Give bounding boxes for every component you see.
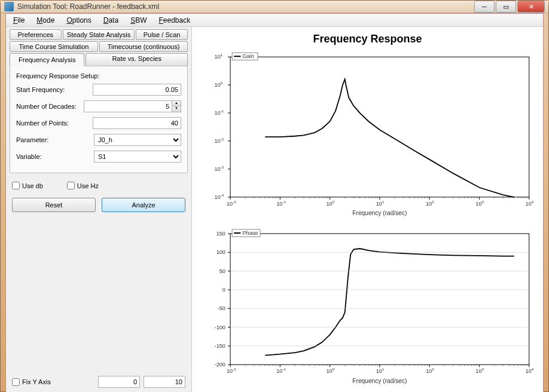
gain-chart: Gain 10-410-310-210-1100101 10-210-11001…: [215, 53, 534, 216]
variable-select[interactable]: S1: [94, 151, 181, 163]
svg-text:101: 101: [376, 200, 385, 207]
menu-options[interactable]: Options: [62, 15, 96, 26]
charts-svg: Gain 10-410-310-210-1100101 10-210-11001…: [197, 47, 538, 390]
variable-label: Variable:: [16, 153, 94, 160]
use-hz-checkbox[interactable]: Use Hz: [67, 182, 99, 189]
window-title: Simulation Tool: RoadRunner - feedback.x…: [17, 2, 474, 11]
svg-text:104: 104: [526, 367, 534, 374]
fix-y-max-input[interactable]: [144, 376, 185, 388]
frequency-setup-panel: Frequency Response Setup: Start Frequenc…: [10, 66, 188, 173]
svg-text:103: 103: [475, 367, 484, 374]
close-button[interactable]: ✕: [517, 1, 545, 13]
tab-pulse-scan[interactable]: Pulse / Scan: [136, 29, 188, 40]
svg-text:10-3: 10-3: [215, 165, 224, 172]
parameter-label: Parameter:: [16, 136, 94, 143]
decades-spin-up[interactable]: ▲: [172, 101, 181, 106]
svg-text:100: 100: [216, 249, 225, 255]
menu-feedback[interactable]: Feedback: [154, 15, 195, 26]
menu-file[interactable]: File: [8, 15, 29, 26]
svg-text:102: 102: [426, 367, 434, 374]
fix-y-min-input[interactable]: [98, 376, 140, 388]
number-decades-label: Number of Decades:: [16, 103, 84, 110]
app-icon: [4, 2, 14, 11]
svg-text:101: 101: [376, 367, 385, 374]
menu-mode[interactable]: Mode: [32, 15, 59, 26]
maximize-button[interactable]: ▭: [496, 1, 516, 13]
svg-text:-150: -150: [215, 343, 225, 349]
menu-data[interactable]: Data: [99, 15, 123, 26]
svg-text:104: 104: [526, 200, 534, 207]
number-points-input[interactable]: [93, 117, 181, 129]
number-points-label: Number of Points:: [16, 120, 93, 127]
setup-title: Frequency Response Setup:: [16, 72, 181, 79]
left-panel: Preferences Steady State Analysis Pulse …: [6, 27, 191, 392]
svg-text:Phase: Phase: [242, 230, 258, 236]
menu-sbw[interactable]: SBW: [126, 15, 151, 26]
svg-text:-200: -200: [215, 362, 225, 368]
tab-preferences[interactable]: Preferences: [10, 29, 62, 40]
parameter-select[interactable]: J0_h: [94, 134, 181, 146]
fix-y-axis-checkbox[interactable]: Fix Y Axis: [12, 378, 51, 386]
svg-text:Gain: Gain: [242, 53, 254, 59]
svg-text:102: 102: [426, 200, 434, 207]
svg-text:10-1: 10-1: [215, 109, 224, 116]
svg-rect-0: [230, 57, 529, 197]
phase-chart: Phase -200-150-100-50050100150 10-210-11…: [215, 229, 534, 384]
menu-bar: File Mode Options Data SBW Feedback: [6, 14, 543, 27]
svg-text:100: 100: [327, 367, 335, 374]
decades-spin-down[interactable]: ▼: [172, 106, 181, 112]
tab-steady-state[interactable]: Steady State Analysis: [63, 29, 135, 40]
minimize-button[interactable]: ─: [474, 1, 495, 13]
svg-text:10-1: 10-1: [276, 367, 286, 374]
reset-button[interactable]: Reset: [12, 198, 96, 212]
svg-text:103: 103: [475, 200, 484, 207]
use-db-checkbox[interactable]: Use db: [12, 182, 43, 189]
svg-text:Frequency (rad/sec): Frequency (rad/sec): [352, 210, 407, 216]
start-frequency-label: Start Frequency:: [16, 86, 93, 93]
svg-text:100: 100: [327, 200, 335, 207]
svg-text:101: 101: [215, 53, 223, 60]
start-frequency-input[interactable]: [93, 84, 181, 96]
svg-text:10-2: 10-2: [227, 367, 236, 374]
analyze-button[interactable]: Analyze: [102, 198, 185, 212]
tab-frequency-analysis[interactable]: Frequency Analysis: [10, 53, 84, 66]
tab-time-course[interactable]: Time Course Simulation: [10, 41, 98, 52]
svg-text:10-2: 10-2: [215, 137, 224, 144]
svg-text:Frequency (rad/sec): Frequency (rad/sec): [352, 378, 407, 384]
number-decades-input[interactable]: [84, 100, 172, 112]
svg-rect-79: [230, 234, 529, 365]
tab-rate-vs-species[interactable]: Rate vs. Species: [86, 53, 188, 66]
tab-timecourse-cont[interactable]: Timecourse (continuous): [99, 41, 188, 52]
chart-panel: Frequency Response Gain 10-410-310-210-1…: [191, 27, 543, 392]
svg-text:50: 50: [219, 268, 225, 274]
svg-text:-100: -100: [215, 324, 225, 330]
title-bar: Simulation Tool: RoadRunner - feedback.x…: [1, 1, 548, 13]
svg-text:10-4: 10-4: [215, 193, 224, 200]
svg-text:150: 150: [216, 231, 225, 237]
svg-text:0: 0: [222, 287, 225, 293]
svg-text:100: 100: [215, 81, 223, 88]
svg-text:10-2: 10-2: [227, 200, 236, 207]
chart-title: Frequency Response: [197, 33, 538, 45]
svg-text:-50: -50: [218, 305, 225, 311]
svg-text:10-1: 10-1: [276, 200, 286, 207]
